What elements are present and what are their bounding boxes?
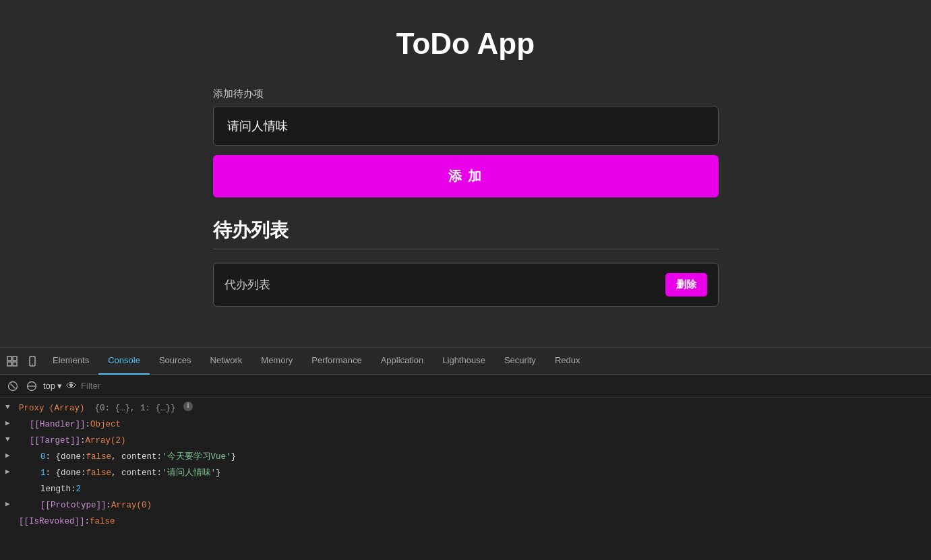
svg-rect-0 xyxy=(7,356,11,361)
devtools-panel: Elements Console Sources Network Memory … xyxy=(0,347,931,560)
tab-network[interactable]: Network xyxy=(201,348,252,375)
console-line-5: 1 : { done : false , content: '请问人情味' } xyxy=(0,465,931,481)
tab-security[interactable]: Security xyxy=(495,348,545,375)
console-line-7: [[Prototype]] : Array(0) xyxy=(0,497,931,514)
app-area: ToDo App 添加待办项 添 加 待办列表 代办列表 删除 xyxy=(0,0,931,347)
form-section: 添加待办项 添 加 xyxy=(213,88,719,218)
form-label: 添加待办项 xyxy=(213,88,719,100)
toggle-4[interactable] xyxy=(5,450,10,462)
devtools-tabs: Elements Console Sources Network Memory … xyxy=(0,348,931,375)
block-icon[interactable] xyxy=(24,379,39,394)
app-title: ToDo App xyxy=(396,27,535,61)
todo-input[interactable] xyxy=(213,106,719,146)
console-line-2: [[Handler]] : Object xyxy=(0,416,931,433)
tab-lighthouse[interactable]: Lighthouse xyxy=(433,348,495,375)
svg-rect-2 xyxy=(7,362,11,366)
list-section: 待办列表 代办列表 删除 xyxy=(213,218,719,307)
inspect-icon[interactable] xyxy=(3,352,22,371)
tab-sources[interactable]: Sources xyxy=(150,348,201,375)
todo-item: 代办列表 删除 xyxy=(213,263,719,307)
svg-point-5 xyxy=(32,364,33,365)
tab-memory[interactable]: Memory xyxy=(251,348,302,375)
clear-console-icon[interactable] xyxy=(5,379,20,394)
list-title: 待办列表 xyxy=(213,218,719,243)
tab-application[interactable]: Application xyxy=(371,348,433,375)
console-line-3: [[Target]] : Array(2) xyxy=(0,433,931,449)
add-button[interactable]: 添 加 xyxy=(213,155,719,197)
toggle-2[interactable] xyxy=(5,418,10,430)
tab-performance[interactable]: Performance xyxy=(302,348,371,375)
filter-input[interactable] xyxy=(81,381,162,391)
toggle-7[interactable] xyxy=(5,499,10,511)
svg-rect-1 xyxy=(13,356,17,361)
toggle-3[interactable] xyxy=(5,434,10,446)
chevron-down-icon: ▾ xyxy=(57,381,62,391)
toggle-1[interactable] xyxy=(5,402,10,414)
svg-rect-3 xyxy=(13,362,17,366)
console-line-4: 0 : { done : false , content: '今天要学习Vue'… xyxy=(0,449,931,465)
tab-console[interactable]: Console xyxy=(98,348,150,375)
svg-line-7 xyxy=(11,383,16,388)
context-dropdown[interactable]: top ▾ xyxy=(43,381,62,391)
console-output: Proxy (Array) {0: {…}, 1: {…}} ℹ [[Handl… xyxy=(0,398,931,560)
list-divider xyxy=(213,249,719,249)
todo-item-text: 代办列表 xyxy=(224,277,270,292)
console-line-8: [[IsRevoked]] : false xyxy=(0,514,931,530)
console-line-6: length : 2 xyxy=(0,481,931,497)
toggle-5[interactable] xyxy=(5,466,10,478)
tab-elements[interactable]: Elements xyxy=(43,348,98,375)
eye-icon[interactable]: 👁 xyxy=(66,380,77,392)
console-line-1: Proxy (Array) {0: {…}, 1: {…}} ℹ xyxy=(0,400,931,416)
devtools-toolbar: top ▾ 👁 xyxy=(0,375,931,398)
delete-button[interactable]: 删除 xyxy=(665,273,707,297)
mobile-icon[interactable] xyxy=(23,352,42,371)
info-icon-1[interactable]: ℹ xyxy=(183,402,193,411)
tab-redux[interactable]: Redux xyxy=(545,348,590,375)
